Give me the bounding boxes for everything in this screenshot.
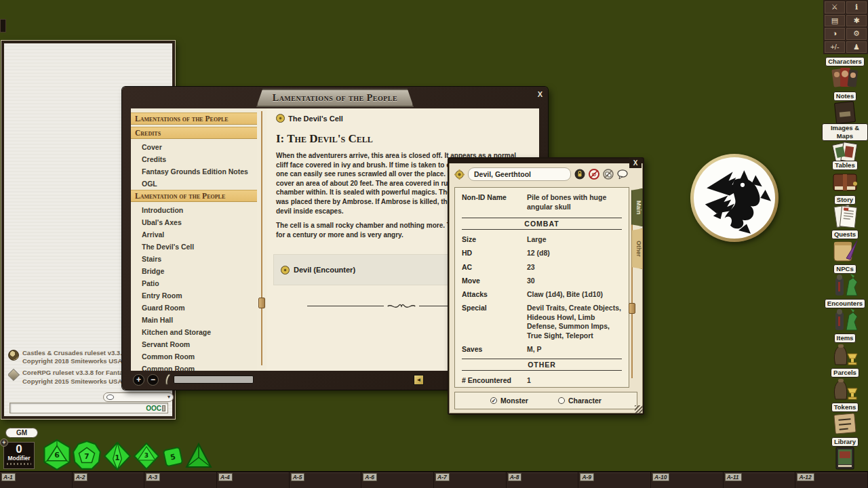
sidebar-item-quests[interactable]: Quests xyxy=(822,227,868,264)
d4-die[interactable] xyxy=(185,442,212,470)
id-toggle-icon[interactable]: ID xyxy=(589,169,599,180)
d20-die[interactable]: 6 xyxy=(42,439,72,470)
field-value[interactable]: Pile of bones with huge angular skull xyxy=(527,193,622,211)
book-nav-entry[interactable]: Kitchen and Storage xyxy=(131,326,257,338)
hotbar-slot[interactable]: A-9 xyxy=(578,472,651,488)
gear-icon[interactable]: ⚙ xyxy=(846,28,867,40)
field-value[interactable]: 1 xyxy=(527,376,531,386)
monster-token[interactable] xyxy=(690,154,778,242)
hotbar-slot[interactable]: A-4 xyxy=(217,472,290,488)
field-value[interactable]: 12 (d8) xyxy=(527,249,550,258)
sidebar-item-tokens[interactable]: Tokens xyxy=(822,400,868,436)
chat-share-icon[interactable] xyxy=(617,169,628,180)
svg-text:6: 6 xyxy=(54,451,60,460)
docked-panel-tab[interactable] xyxy=(0,19,6,33)
d8-die[interactable]: 3 xyxy=(133,443,160,470)
hotbar-slot[interactable]: A-10 xyxy=(651,472,724,488)
sidebar-item-items[interactable]: Items xyxy=(822,331,868,367)
field-value[interactable]: M, P xyxy=(527,345,542,354)
d12-die[interactable]: 7 xyxy=(73,441,101,470)
hotbar-slot[interactable]: A-1 xyxy=(0,472,73,488)
modifier-plus-button[interactable]: + xyxy=(0,439,8,447)
hotbar-slot[interactable]: A-7 xyxy=(434,472,507,488)
field-value[interactable]: Large xyxy=(527,235,547,245)
hotbar-slot[interactable]: A-6 xyxy=(361,472,434,488)
book-nav-entry[interactable]: Stairs xyxy=(131,253,257,265)
quill-icon[interactable] xyxy=(164,373,171,386)
chat-mode-dropdown[interactable]: ▾ xyxy=(103,392,174,402)
book-nav-entry[interactable]: Ubal's Axes xyxy=(131,216,257,228)
page-previous-button[interactable]: ◄ xyxy=(414,375,424,385)
book-nav-entry[interactable]: Servant Room xyxy=(131,338,257,350)
book-nav-entry[interactable]: Arrival xyxy=(131,228,257,241)
hotbar-slot[interactable]: A-11 xyxy=(724,472,796,488)
sidebar-item-story[interactable]: Story xyxy=(822,192,868,229)
book-nav-entry[interactable]: Cover xyxy=(131,141,257,153)
book-title-plate[interactable]: Lamentations of the People xyxy=(256,89,414,107)
close-icon[interactable]: X xyxy=(538,90,542,98)
book-nav-entry[interactable]: Common Room xyxy=(131,350,257,363)
plus-minus-icon[interactable]: +/- xyxy=(825,41,845,54)
notes-icon xyxy=(830,100,860,125)
zoom-in-button[interactable]: + xyxy=(133,374,144,386)
book-nav-entry[interactable]: Fantasy Grounds Edition Notes xyxy=(131,165,257,178)
sidebar-item-tables[interactable]: Tables xyxy=(822,158,868,195)
crossed-swords-icon[interactable]: ⚔ xyxy=(825,1,845,14)
tome-icon[interactable]: ▤ xyxy=(825,15,845,27)
sidebar-item-notes[interactable]: Notes xyxy=(822,89,868,125)
field-value[interactable]: 30 xyxy=(527,277,535,286)
gm-identity-pill[interactable]: GM xyxy=(5,428,38,438)
monster-radio[interactable]: ✓ Monster xyxy=(490,396,528,405)
figure-icon[interactable]: ♟ xyxy=(846,41,867,54)
sidebar-item-characters[interactable]: Characters xyxy=(822,54,868,91)
hotbar-slot[interactable]: A-5 xyxy=(290,472,362,488)
book-nav-entry[interactable]: Credits xyxy=(131,127,257,139)
book-nav-entry[interactable]: Guard Room xyxy=(131,302,257,314)
d10-die[interactable]: 1 xyxy=(103,442,132,470)
chat-input[interactable]: OOC xyxy=(9,403,168,413)
sidebar-item-parcels[interactable]: Parcels xyxy=(822,365,868,402)
sidebar-item-npcs[interactable]: NPCs xyxy=(822,262,868,298)
sidebar-item-encounters[interactable]: Encounters xyxy=(822,296,868,333)
zoom-out-button[interactable]: − xyxy=(147,374,159,386)
lock-icon[interactable] xyxy=(574,169,585,180)
field-value[interactable]: Devil Traits, Create Objects, Hideous Ho… xyxy=(527,304,622,341)
book-nav-entry[interactable]: Bridge xyxy=(131,265,257,277)
book-nav-entry[interactable]: Introduction xyxy=(131,204,257,216)
story-link[interactable]: The Devil's Cell xyxy=(276,114,527,123)
palette-icon[interactable]: ✱ xyxy=(846,15,867,27)
book-nav-entry[interactable]: The Devil's Cell xyxy=(131,241,257,253)
book-nav-entry[interactable]: Common Room xyxy=(131,363,257,371)
hotbar-slot[interactable]: A-12 xyxy=(795,472,868,488)
dice-roll-icon[interactable] xyxy=(603,169,614,180)
monster-name-field[interactable]: Devil, Geerthtool xyxy=(468,167,571,181)
day-night-icon[interactable]: ◑ xyxy=(825,28,845,40)
book-nav-scrollbar[interactable] xyxy=(257,108,267,371)
book-nav-entry[interactable]: Patio xyxy=(131,277,257,289)
character-radio[interactable]: Character xyxy=(558,396,601,405)
scrollbar-knob[interactable] xyxy=(629,303,635,314)
sidebar-item-library[interactable]: Library xyxy=(822,434,868,471)
field-value[interactable]: Claw (1d4), Bite (1d10) xyxy=(527,290,603,300)
hotbar-slot[interactable]: A-2 xyxy=(73,472,145,488)
book-nav-entry[interactable]: Lamentations of the People xyxy=(131,113,257,125)
modifier-box[interactable]: 0 Modifier xyxy=(3,442,35,469)
d6-die[interactable]: 5 xyxy=(161,445,185,469)
party-info-icon[interactable]: ℹ xyxy=(846,1,867,14)
book-nav-entry[interactable]: OGL xyxy=(131,178,257,190)
tab-main[interactable]: Main xyxy=(631,188,643,226)
scrollbar-knob[interactable] xyxy=(258,298,265,308)
tab-other[interactable]: Other xyxy=(631,228,643,269)
hotbar-slot[interactable]: A-3 xyxy=(144,472,217,488)
book-nav-entry[interactable]: Main Hall xyxy=(131,314,257,326)
book-nav-label: Main Hall xyxy=(142,316,173,324)
resize-grip[interactable] xyxy=(635,405,643,413)
book-nav-entry[interactable]: Entry Room xyxy=(131,289,257,302)
hotbar-slot[interactable]: A-8 xyxy=(507,472,579,488)
field-value[interactable]: 23 xyxy=(527,263,535,272)
book-nav-entry[interactable]: Credits xyxy=(131,153,257,165)
book-nav-label: Lamentations of the People xyxy=(135,115,229,123)
horizontal-scrollbar[interactable] xyxy=(174,375,254,384)
close-icon[interactable]: X xyxy=(629,158,642,168)
book-nav-entry[interactable]: Lamentation of the People xyxy=(131,190,257,202)
